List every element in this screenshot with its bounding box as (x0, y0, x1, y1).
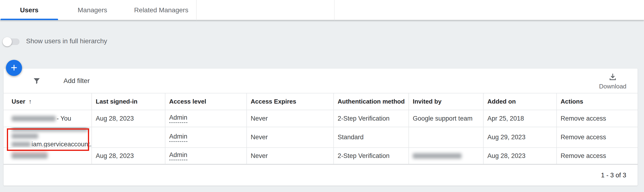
access-level-cell[interactable]: Admin (165, 110, 246, 127)
access-expires-cell: Never (246, 148, 333, 164)
column-header-user[interactable]: User ↑ (4, 94, 92, 110)
invited-by-cell: Google support team (408, 110, 483, 127)
toggle-label: Show users in full hierarchy (26, 37, 107, 45)
redacted-user-email (12, 153, 48, 159)
invited-by-cell (408, 127, 483, 147)
filter-funnel-icon (33, 77, 41, 85)
tab-managers[interactable]: Managers (58, 0, 126, 20)
table-row: - You Aug 28, 2023 Admin Never 2-Step Ve… (4, 110, 638, 127)
download-label: Download (599, 83, 626, 90)
last-signed-in-cell (92, 127, 165, 147)
access-level-cell[interactable]: Admin (165, 148, 246, 164)
tab-managers-label: Managers (78, 6, 107, 14)
tab-users-label: Users (20, 6, 38, 14)
last-signed-in-cell: Aug 28, 2023 (92, 110, 165, 127)
tab-list: Users Managers Related Managers (0, 0, 196, 20)
user-cell (4, 148, 92, 164)
added-on-cell: Aug 28, 2023 (483, 148, 556, 164)
service-account-domain: iam.gserviceaccount.com (32, 141, 92, 147)
topbar-artifact-line (334, 0, 334, 20)
access-expires-cell: Never (246, 110, 333, 127)
toggle-thumb (2, 37, 12, 46)
user-cell: - You (4, 110, 92, 127)
redacted-service-account-line2 (12, 134, 38, 139)
pagination-label: 1 - 3 of 3 (601, 172, 626, 179)
hierarchy-toggle-row: Show users in full hierarchy (3, 37, 107, 45)
column-header-actions: Actions (556, 94, 638, 110)
table-header-row: User ↑ Last signed-in Access level Acces… (4, 93, 638, 110)
column-header-access-level[interactable]: Access level (165, 94, 246, 110)
column-header-added-on[interactable]: Added on (483, 94, 556, 110)
remove-access-action[interactable]: Remove access (556, 110, 638, 127)
remove-access-action[interactable]: Remove access (556, 127, 638, 147)
redacted-user-email (12, 116, 56, 121)
table-row: iam.gserviceaccount.com Admin Never Stan… (4, 127, 638, 147)
table-row: Aug 28, 2023 Admin Never 2-Step Verifica… (4, 147, 638, 165)
add-filter-button[interactable]: Add filter (27, 69, 90, 93)
tab-related-managers[interactable]: Related Managers (126, 0, 196, 20)
add-user-button[interactable]: + (6, 60, 22, 76)
last-signed-in-cell: Aug 28, 2023 (92, 148, 165, 164)
show-users-hierarchy-toggle[interactable] (3, 39, 20, 45)
user-cell: iam.gserviceaccount.com (4, 127, 92, 147)
topbar-artifact-line (196, 0, 197, 20)
column-header-auth-method[interactable]: Authentication method (333, 94, 408, 110)
auth-method-cell: 2-Step Verification (333, 110, 408, 127)
download-icon (609, 73, 617, 81)
redacted-service-account-line1 (12, 127, 88, 131)
access-level-cell[interactable]: Admin (165, 127, 246, 147)
access-expires-cell: Never (246, 127, 333, 147)
add-filter-label: Add filter (64, 77, 90, 85)
sort-ascending-icon[interactable]: ↑ (29, 98, 32, 105)
column-header-access-expires[interactable]: Access Expires (246, 94, 333, 110)
auth-method-cell: Standard (333, 127, 408, 147)
table-toolbar: Add filter Download (4, 69, 638, 93)
user-you-suffix: - You (57, 115, 71, 122)
remove-access-action[interactable]: Remove access (556, 148, 638, 164)
tab-related-managers-label: Related Managers (134, 6, 188, 14)
added-on-cell: Aug 29, 2023 (483, 127, 556, 147)
service-account-lines: iam.gserviceaccount.com (12, 127, 92, 147)
users-table-card: Add filter Download User ↑ Last signed-i… (4, 69, 638, 186)
column-header-invited-by[interactable]: Invited by (408, 94, 483, 110)
tab-users[interactable]: Users (0, 0, 58, 20)
top-tab-bar: Users Managers Related Managers (0, 0, 644, 20)
column-header-last-signed-in[interactable]: Last signed-in (92, 94, 165, 110)
redacted-service-account-line3 (12, 142, 30, 147)
active-tab-underline (0, 19, 58, 20)
table-footer: 1 - 3 of 3 (4, 165, 638, 186)
added-on-cell: Apr 25, 2018 (483, 110, 556, 127)
auth-method-cell: 2-Step Verification (333, 148, 408, 164)
invited-by-cell (408, 148, 483, 164)
download-button[interactable]: Download (597, 71, 628, 92)
redacted-invited-by (413, 153, 462, 159)
plus-icon: + (11, 62, 17, 73)
users-table: User ↑ Last signed-in Access level Acces… (4, 93, 638, 165)
